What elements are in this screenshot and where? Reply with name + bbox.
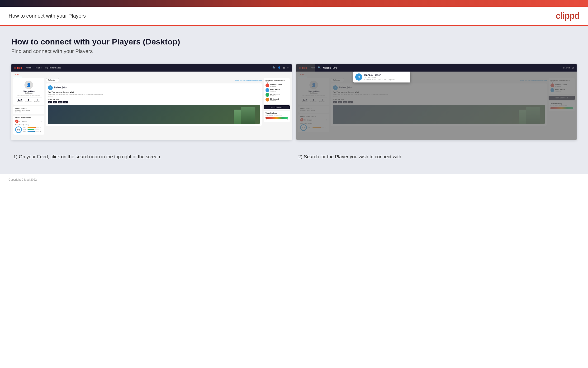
- profile-card: Blair McHarg Golf Coach Mill Ride Golf C…: [13, 78, 44, 105]
- close-icon[interactable]: ✕: [572, 66, 574, 69]
- search-icon[interactable]: 🔍: [272, 66, 276, 69]
- player-avatar-richard: [265, 83, 269, 87]
- app-center-panel: Following ▾ Control who can see your act…: [46, 78, 262, 138]
- ma-player-3: Hiral Pujara Activities: 3: [265, 93, 288, 97]
- activity-card: R Richard Butler Yesterday · The Grove P…: [46, 83, 262, 126]
- following-button[interactable]: Following ▾: [46, 78, 59, 82]
- page-subtitle: Find and connect with your Players: [11, 48, 577, 55]
- app-ui-2: clippd Home Teams My Performance 🔍 👤 Fee…: [296, 64, 577, 140]
- clear-button[interactable]: CLEAR: [563, 67, 570, 69]
- player-avatar-hiral: [265, 93, 269, 97]
- most-active-players: Most Active Players - Last 30 days Richa…: [263, 78, 290, 104]
- profile-name: Blair McHarg: [16, 90, 42, 92]
- avatar-icon[interactable]: ●: [287, 66, 289, 69]
- player-performance-panel: Player Performance E Eli Vincent ▾ Total…: [13, 116, 44, 135]
- avatar: [25, 81, 33, 89]
- search-input[interactable]: Marcus Turner: [323, 66, 561, 69]
- stat-following: 4 Following: [35, 98, 40, 102]
- sr-player-avatar: M: [355, 74, 362, 81]
- stat-activities: 129 Activities: [17, 98, 23, 102]
- profile-role: Golf Coach: [16, 92, 42, 94]
- page-title: How to connect with your Players (Deskto…: [11, 37, 577, 46]
- sr-handicap: 1-5 Handicap: [364, 76, 395, 78]
- app-nav-icons: 🔍 👤 ⚙ ●: [272, 66, 289, 69]
- settings-icon[interactable]: ⚙: [283, 66, 285, 69]
- search-icon-overlay: 🔍: [318, 66, 321, 69]
- heatmap-bar: [265, 117, 288, 119]
- app-body-1: Blair McHarg Golf Coach Mill Ride Golf C…: [11, 78, 292, 140]
- tpq-score-circle: 84: [15, 127, 22, 133]
- search-bar: 🔍 Marcus Turner CLEAR ✕: [315, 64, 577, 72]
- app-right-panel: Most Active Players - Last 30 days Richa…: [263, 78, 290, 138]
- app-nav-teams[interactable]: Teams: [35, 66, 42, 69]
- logo: clippd: [556, 11, 579, 21]
- search-overlay: [296, 64, 577, 140]
- activity-avatar: R: [48, 85, 53, 90]
- caption-1-text: 1) On your Feed, click on the search ico…: [13, 153, 290, 160]
- main-content: How to connect with your Players (Deskto…: [0, 26, 588, 174]
- feed-tab[interactable]: Feed: [13, 73, 22, 77]
- caption-2: 2) Search for the Player you wish to con…: [296, 148, 577, 160]
- captions-row: 1) On your Feed, click on the search ico…: [11, 148, 577, 160]
- team-dashboard-button[interactable]: Team Dashboard: [263, 105, 290, 109]
- latest-activity: Latest Activity Afternoon round of golf …: [13, 106, 44, 114]
- header-title: How to connect with your Players: [9, 13, 86, 19]
- app-left-panel: Blair McHarg Golf Coach Mill Ride Golf C…: [13, 78, 44, 138]
- player-avatar-piers: [265, 88, 269, 92]
- app-nav-home[interactable]: Home: [26, 66, 31, 69]
- sr-club: Cypress Point Club, United Kingdom: [364, 78, 395, 81]
- header: How to connect with your Players clippd: [0, 7, 588, 26]
- sr-player-name: Marcus Turner: [364, 74, 395, 76]
- pp-player-avatar: E: [15, 120, 18, 123]
- app-nav-1: clippd Home Teams My Performance 🔍 👤 ⚙ ●: [11, 64, 292, 72]
- team-heatmap: Team Heatmap Player Quality · 20 Round T…: [263, 111, 290, 122]
- search-result-dropdown: M Marcus Turner 1-5 Handicap Cypress Poi…: [353, 72, 410, 83]
- activity-tags: OTT APP ARG PUTT: [48, 101, 260, 103]
- profile-stats: 129 Activities 3 Followers 4 Following: [16, 97, 42, 102]
- screenshots-row: clippd Home Teams My Performance 🔍 👤 ⚙ ●…: [11, 64, 577, 140]
- caption-1: 1) On your Feed, click on the search ico…: [11, 148, 292, 160]
- copyright: Copyright Clippd 2022: [9, 178, 37, 181]
- ma-player-4: Eli Vincent Activities: 1: [265, 98, 288, 101]
- activity-photo: [48, 105, 260, 124]
- stat-followers: 3 Followers: [26, 98, 32, 102]
- screenshot-1: clippd Home Teams My Performance 🔍 👤 ⚙ ●…: [11, 64, 292, 140]
- ma-player-2: Piers Parnell Activities: 4: [265, 88, 288, 92]
- ma-player-1: Richard Butler Activities: 7: [265, 83, 288, 87]
- profile-club: Mill Ride Golf Club, United Kingdom: [16, 94, 42, 96]
- following-row: Following ▾ Control who can see your act…: [46, 78, 262, 82]
- search-result-player[interactable]: M Marcus Turner 1-5 Handicap Cypress Poi…: [355, 74, 408, 81]
- app-nav-logo: clippd: [14, 66, 22, 69]
- control-link[interactable]: Control who can see your activity and da…: [235, 79, 262, 81]
- footer: Copyright Clippd 2022: [0, 174, 588, 185]
- caption-2-text: 2) Search for the Player you wish to con…: [298, 153, 575, 160]
- score-bars: OTT 79 APP: [23, 127, 42, 133]
- app-ui-1: clippd Home Teams My Performance 🔍 👤 ⚙ ●…: [11, 64, 292, 140]
- profile-icon[interactable]: 👤: [278, 66, 281, 69]
- app-nav-my-performance[interactable]: My Performance: [45, 66, 61, 69]
- player-avatar-eli: [265, 98, 269, 101]
- screenshot-2: clippd Home Teams My Performance 🔍 👤 Fee…: [296, 64, 577, 140]
- top-bar: [0, 0, 588, 7]
